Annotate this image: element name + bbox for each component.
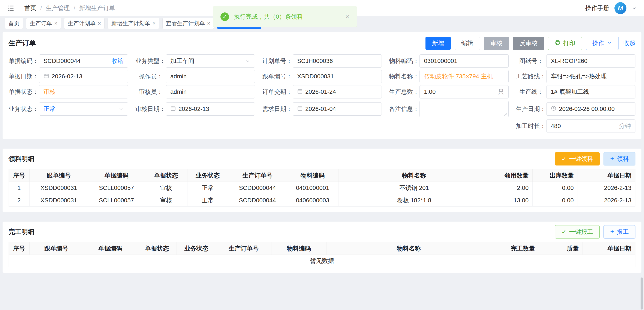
field-operator: 操作员： admin — [136, 70, 255, 83]
field-label: 需求日期： — [262, 105, 293, 113]
table-row[interactable]: 1 XSDD000031 SCLL000057 审核 正常 SCDD000044… — [9, 182, 636, 194]
shrink-inline-link[interactable]: 收缩 — [112, 57, 124, 65]
column-header: 单据日期 — [578, 169, 635, 182]
empty-row: 暂无数据 — [9, 255, 636, 267]
cell-order-no: SCDD000044 — [228, 182, 287, 194]
material-code-input[interactable]: 0301000001 — [420, 54, 508, 68]
button-label: 报工 — [617, 228, 629, 236]
button-label: 领料 — [617, 155, 629, 163]
field-prod-line: 生产线： 1# 底架加工线 — [516, 85, 636, 98]
duration-input[interactable]: 480 分钟 — [546, 119, 636, 133]
check-icon — [562, 228, 566, 236]
auditor-input[interactable]: admin — [166, 85, 255, 98]
cell-material-code: 0406000003 — [287, 194, 338, 207]
table-header-row: 序号 跟单编号 单据编码 单据状态 业务状态 生产订单号 物料编码 物料名称 完… — [9, 242, 636, 255]
completion-card-header: 完工明细 一键报工 报工 — [8, 222, 636, 242]
biz-status-select[interactable]: 正常 — [39, 102, 128, 116]
material-name-input[interactable]: 传动皮轮件 735×794 主机孔54 — [420, 70, 508, 83]
field-remark: 备注信息： — [389, 101, 508, 117]
column-header: 单据编码 — [88, 169, 144, 182]
success-toast: 执行完成，共（0）条领料 — [213, 6, 357, 27]
page-title: 生产订单 — [8, 38, 36, 48]
total-qty-input[interactable]: 1.00 只 — [420, 85, 508, 98]
main-content: 生产订单 新增 编辑 审核 反审核 打印 操作 收起 — [0, 30, 644, 273]
process-route-input[interactable]: 车钳=>钻孔=>热处理 — [546, 70, 636, 83]
field-process-route: 工艺路线： 车钳=>钻孔=>热处理 — [516, 70, 636, 83]
chevron-down-icon[interactable] — [632, 5, 637, 11]
edit-button[interactable]: 编辑 — [454, 37, 480, 50]
close-icon[interactable] — [207, 20, 210, 26]
resize-handle[interactable] — [504, 113, 507, 116]
add-report-button[interactable]: 报工 — [604, 225, 636, 239]
one-click-pick-button[interactable]: 一键领料 — [555, 152, 600, 165]
cell-follow-no: XSDD000031 — [29, 182, 88, 194]
tab-view-production-plan[interactable]: 查看生产计划单 — [162, 18, 214, 29]
menu-toggle-icon[interactable] — [7, 4, 14, 12]
unaudit-button[interactable]: 反审核 — [513, 37, 544, 50]
doc-status-input[interactable]: 审核 — [39, 85, 128, 98]
doc-date-picker[interactable]: 2026-02-13 — [39, 70, 128, 83]
cell-out-qty: 0.00 — [532, 182, 578, 194]
total-qty-value: 1.00 — [424, 88, 436, 95]
close-icon[interactable] — [54, 20, 58, 26]
cell-doc-code-link[interactable]: SCLL000057 — [88, 194, 144, 207]
prod-line-input[interactable]: 1# 底架加工线 — [546, 85, 636, 98]
tab-home[interactable]: 首页 — [5, 18, 23, 29]
calendar-icon — [170, 106, 176, 113]
operator-input[interactable]: admin — [166, 70, 255, 83]
print-button[interactable]: 打印 — [548, 37, 582, 50]
demand-date-picker[interactable]: 2026-01-04 — [293, 102, 382, 116]
tab-production-plan-list[interactable]: 生产计划单 — [64, 18, 104, 29]
field-prod-date: 生产日期： 2026-02-26 00:00:00 — [516, 101, 636, 117]
add-pick-button[interactable]: 领料 — [604, 152, 636, 165]
field-material-code: 物料编码： 0301000001 — [389, 54, 508, 68]
plan-no-input[interactable]: SCJH000036 — [293, 54, 382, 68]
operate-dropdown-button[interactable]: 操作 — [586, 37, 619, 50]
field-biz-status: 业务状态： 正常 — [8, 101, 128, 117]
completion-detail-card: 完工明细 一键报工 报工 序号 跟单编号 — [2, 222, 642, 273]
column-header: 单据日期 — [583, 242, 636, 255]
breadcrumb-separator: / — [74, 5, 76, 11]
breadcrumb-current: 新增生产订单 — [79, 4, 115, 12]
close-icon[interactable] — [345, 13, 350, 21]
column-header: 跟单编号 — [29, 242, 83, 255]
tab-new-production-plan[interactable]: 新增生产计划单 — [108, 18, 159, 29]
collapse-panel-link[interactable]: 收起 — [624, 39, 636, 47]
remark-textarea[interactable] — [420, 101, 508, 117]
column-header: 单据编码 — [83, 242, 137, 255]
order-form: 单据编码： SCDD000044 收缩 业务类型： 加工车间 计划单号： — [8, 54, 636, 134]
picking-table: 序号 跟单编号 单据编码 单据状态 业务状态 生产订单号 物料编码 物料名称 领… — [8, 169, 636, 207]
table-row[interactable]: 2 XSDD000031 SCLL000057 审核 正常 SCDD000044… — [9, 194, 636, 207]
manual-link[interactable]: 操作手册 — [585, 4, 609, 12]
breadcrumb-separator: / — [40, 5, 42, 11]
plus-icon — [610, 155, 614, 162]
field-label: 物料编码： — [389, 57, 420, 65]
add-button[interactable]: 新增 — [426, 37, 451, 50]
cell-doc-code-link[interactable]: SCLL000057 — [88, 182, 144, 194]
close-icon[interactable] — [98, 20, 101, 26]
doc-code-input[interactable]: SCDD000044 收缩 — [39, 54, 128, 68]
follow-no-input[interactable]: XSDD000031 — [293, 70, 382, 83]
field-biz-type: 业务类型： 加工车间 — [136, 54, 255, 68]
avatar[interactable]: M — [614, 2, 626, 14]
order-due-picker[interactable]: 2026-01-24 — [293, 85, 382, 98]
field-label: 计划单号： — [262, 57, 293, 65]
drawing-no-input[interactable]: XL-RCOP260 — [546, 54, 636, 68]
scrollbar-thumb[interactable] — [640, 278, 643, 310]
audit-date-picker[interactable]: 2026-02-13 — [166, 102, 255, 116]
breadcrumb-production-management[interactable]: 生产管理 — [46, 4, 70, 12]
one-click-report-button[interactable]: 一键报工 — [555, 225, 600, 239]
close-icon[interactable] — [152, 20, 156, 26]
auditor-value: admin — [170, 88, 186, 95]
audit-button[interactable]: 审核 — [484, 37, 509, 50]
chevron-down-icon — [607, 40, 612, 47]
tab-label: 首页 — [8, 20, 20, 27]
tab-production-order-list[interactable]: 生产订单 — [26, 18, 61, 29]
section-title: 完工明细 — [8, 228, 34, 236]
breadcrumb-home[interactable]: 首页 — [24, 4, 36, 12]
biz-type-select[interactable]: 加工车间 — [166, 54, 255, 68]
field-order-due: 订单交期： 2026-01-24 — [262, 85, 382, 98]
prod-date-picker[interactable]: 2026-02-26 00:00:00 — [546, 102, 636, 116]
order-actions: 新增 编辑 审核 反审核 打印 操作 收起 — [426, 37, 636, 50]
field-audit-date: 审核日期： 2026-02-13 — [136, 101, 255, 117]
